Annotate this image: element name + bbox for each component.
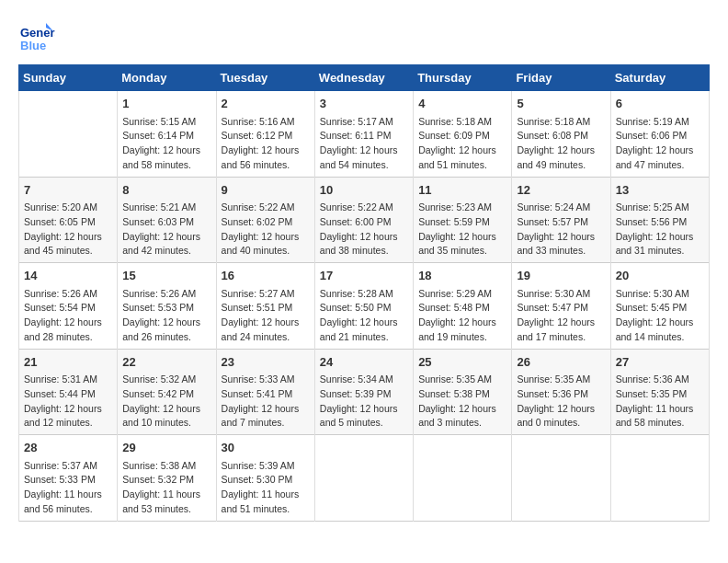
day-number: 20 bbox=[616, 267, 704, 285]
day-info: Sunset: 6:02 PM bbox=[222, 215, 310, 230]
day-number: 7 bbox=[24, 181, 112, 200]
day-info: Daylight: 12 hours bbox=[320, 402, 408, 417]
day-number: 22 bbox=[122, 353, 210, 372]
day-info: Sunset: 5:51 PM bbox=[222, 301, 310, 316]
calendar-cell bbox=[414, 435, 512, 522]
day-info: Sunrise: 5:27 AM bbox=[222, 287, 310, 302]
day-info: Sunset: 5:32 PM bbox=[122, 473, 210, 488]
day-info: and 21 minutes. bbox=[320, 330, 408, 345]
day-number: 14 bbox=[24, 267, 112, 285]
day-info: Sunset: 6:05 PM bbox=[24, 215, 112, 230]
day-info: Sunrise: 5:36 AM bbox=[616, 373, 704, 387]
day-info: and 24 minutes. bbox=[222, 330, 310, 345]
day-info: Sunset: 5:56 PM bbox=[616, 215, 704, 230]
day-info: Daylight: 11 hours bbox=[616, 402, 704, 417]
day-info: and 0 minutes. bbox=[517, 416, 605, 431]
week-row-5: 28Sunrise: 5:37 AMSunset: 5:33 PMDayligh… bbox=[19, 435, 710, 522]
day-info: and 28 minutes. bbox=[24, 330, 112, 345]
day-info: and 58 minutes. bbox=[122, 158, 210, 173]
day-info: and 51 minutes. bbox=[222, 502, 310, 517]
day-number: 18 bbox=[418, 267, 506, 285]
day-info: Daylight: 11 hours bbox=[122, 488, 210, 502]
day-info: and 49 minutes. bbox=[517, 158, 605, 173]
day-info: and 51 minutes. bbox=[418, 158, 506, 173]
day-number: 1 bbox=[122, 95, 210, 113]
day-info: Sunrise: 5:35 AM bbox=[418, 373, 506, 387]
calendar-cell: 12Sunrise: 5:24 AMSunset: 5:57 PMDayligh… bbox=[512, 177, 610, 263]
day-info: Sunrise: 5:22 AM bbox=[222, 201, 310, 215]
logo: General Blue bbox=[18, 18, 59, 55]
calendar-cell: 9Sunrise: 5:22 AMSunset: 6:02 PMDaylight… bbox=[216, 177, 314, 263]
day-number: 12 bbox=[517, 181, 605, 200]
day-info: and 3 minutes. bbox=[418, 416, 506, 431]
day-number: 17 bbox=[320, 267, 408, 285]
day-info: Sunrise: 5:29 AM bbox=[418, 287, 506, 302]
weekday-header-sunday: Sunday bbox=[19, 65, 118, 91]
day-info: Sunrise: 5:30 AM bbox=[616, 287, 704, 302]
calendar-cell: 25Sunrise: 5:35 AMSunset: 5:38 PMDayligh… bbox=[414, 349, 512, 435]
day-info: Sunset: 5:39 PM bbox=[320, 387, 408, 402]
day-info: and 53 minutes. bbox=[122, 502, 210, 517]
header: General Blue bbox=[18, 18, 710, 55]
day-info: Daylight: 12 hours bbox=[222, 402, 310, 417]
day-info: and 7 minutes. bbox=[222, 416, 310, 431]
day-info: and 10 minutes. bbox=[122, 416, 210, 431]
calendar-cell: 17Sunrise: 5:28 AMSunset: 5:50 PMDayligh… bbox=[314, 263, 413, 350]
day-info: Sunset: 6:12 PM bbox=[222, 129, 310, 144]
svg-text:Blue: Blue bbox=[20, 39, 46, 52]
day-number: 27 bbox=[616, 353, 704, 372]
day-info: and 42 minutes. bbox=[122, 244, 210, 259]
calendar-cell: 29Sunrise: 5:38 AMSunset: 5:32 PMDayligh… bbox=[118, 435, 216, 522]
day-info: Sunrise: 5:22 AM bbox=[320, 201, 408, 215]
day-info: Daylight: 12 hours bbox=[24, 230, 112, 245]
week-row-1: 1Sunrise: 5:15 AMSunset: 6:14 PMDaylight… bbox=[19, 91, 710, 178]
day-info: Sunrise: 5:39 AM bbox=[222, 459, 310, 474]
day-number: 3 bbox=[320, 95, 408, 113]
calendar-cell: 13Sunrise: 5:25 AMSunset: 5:56 PMDayligh… bbox=[610, 177, 709, 263]
day-info: and 58 minutes. bbox=[616, 416, 704, 431]
day-number: 13 bbox=[616, 181, 704, 200]
day-info: Daylight: 12 hours bbox=[517, 402, 605, 417]
day-info: and 54 minutes. bbox=[320, 158, 408, 173]
day-info: and 47 minutes. bbox=[616, 158, 704, 173]
day-info: Sunset: 6:14 PM bbox=[122, 129, 210, 144]
day-info: Daylight: 12 hours bbox=[24, 316, 112, 330]
calendar-cell bbox=[19, 91, 118, 178]
calendar-cell bbox=[314, 435, 413, 522]
calendar-cell bbox=[512, 435, 610, 522]
day-info: Sunset: 5:45 PM bbox=[616, 301, 704, 316]
day-info: Daylight: 12 hours bbox=[418, 230, 506, 245]
day-info: Daylight: 12 hours bbox=[616, 316, 704, 330]
calendar-cell: 28Sunrise: 5:37 AMSunset: 5:33 PMDayligh… bbox=[19, 435, 118, 522]
day-info: Daylight: 11 hours bbox=[24, 488, 112, 502]
day-info: and 12 minutes. bbox=[24, 416, 112, 431]
calendar-table: SundayMondayTuesdayWednesdayThursdayFrid… bbox=[18, 64, 710, 522]
calendar-cell: 24Sunrise: 5:34 AMSunset: 5:39 PMDayligh… bbox=[314, 349, 413, 435]
calendar-cell: 20Sunrise: 5:30 AMSunset: 5:45 PMDayligh… bbox=[610, 263, 709, 350]
day-info: Sunset: 5:36 PM bbox=[517, 387, 605, 402]
weekday-header-saturday: Saturday bbox=[610, 65, 709, 91]
day-info: Sunset: 5:54 PM bbox=[24, 301, 112, 316]
day-info: Sunrise: 5:38 AM bbox=[122, 459, 210, 474]
day-info: Daylight: 12 hours bbox=[320, 316, 408, 330]
day-info: Sunset: 5:57 PM bbox=[517, 215, 605, 230]
calendar-cell: 1Sunrise: 5:15 AMSunset: 6:14 PMDaylight… bbox=[118, 91, 216, 178]
day-info: and 31 minutes. bbox=[616, 244, 704, 259]
day-info: Sunset: 5:50 PM bbox=[320, 301, 408, 316]
day-info: Daylight: 12 hours bbox=[122, 144, 210, 158]
day-number: 9 bbox=[222, 181, 310, 200]
day-info: Sunrise: 5:17 AM bbox=[320, 115, 408, 130]
weekday-header-friday: Friday bbox=[512, 65, 610, 91]
day-info: Sunrise: 5:30 AM bbox=[517, 287, 605, 302]
day-number: 10 bbox=[320, 181, 408, 200]
day-number: 24 bbox=[320, 353, 408, 372]
day-info: Sunrise: 5:24 AM bbox=[517, 201, 605, 215]
calendar-cell: 15Sunrise: 5:26 AMSunset: 5:53 PMDayligh… bbox=[118, 263, 216, 350]
day-number: 6 bbox=[616, 95, 704, 113]
calendar-cell: 4Sunrise: 5:18 AMSunset: 6:09 PMDaylight… bbox=[414, 91, 512, 178]
calendar-cell: 11Sunrise: 5:23 AMSunset: 5:59 PMDayligh… bbox=[414, 177, 512, 263]
day-info: Sunset: 6:00 PM bbox=[320, 215, 408, 230]
day-info: Sunrise: 5:33 AM bbox=[222, 373, 310, 387]
day-info: Sunset: 5:30 PM bbox=[222, 473, 310, 488]
day-info: Daylight: 12 hours bbox=[418, 316, 506, 330]
